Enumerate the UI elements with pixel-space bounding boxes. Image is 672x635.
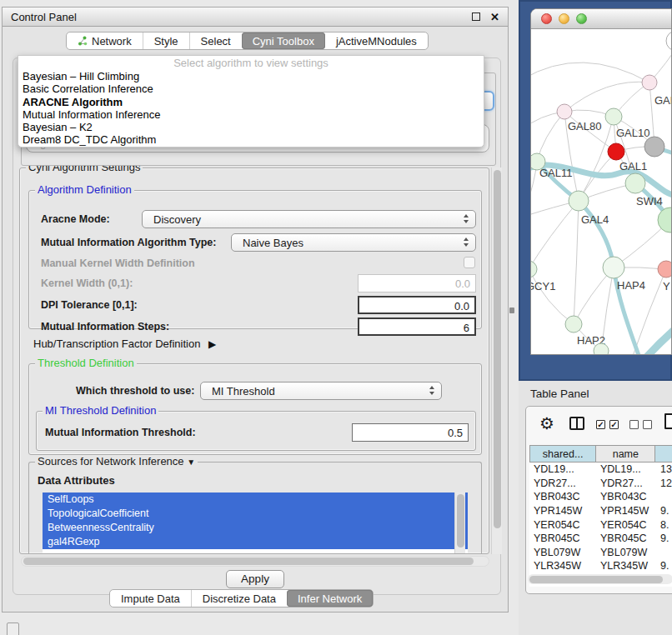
mi-threshold-field[interactable]: 0.5 — [352, 423, 469, 442]
settings-horizontal-scrollbar[interactable] — [21, 556, 489, 567]
network-node-SWI4[interactable] — [625, 173, 645, 193]
combo-arrows-icon — [429, 386, 435, 395]
network-node-HAP2[interactable] — [565, 316, 582, 332]
network-node-GAL80[interactable] — [557, 104, 572, 119]
settings-vertical-scrollbar[interactable] — [491, 168, 502, 554]
network-node-GCY1[interactable] — [531, 261, 537, 278]
document-icon[interactable] — [664, 413, 672, 429]
network-node-GAL1[interactable] — [608, 143, 624, 160]
combo-arrows-icon — [464, 214, 469, 223]
network-node-gal-pink-top[interactable] — [642, 75, 657, 90]
apply-button[interactable]: Apply — [226, 570, 284, 588]
node-label-GAL80: GAL80 — [568, 120, 601, 132]
network-edge[interactable] — [574, 201, 579, 324]
tab-discretize-data[interactable]: Discretize Data — [191, 590, 287, 607]
collapsed-panel-icon[interactable] — [7, 622, 19, 635]
algorithm-option-aracne-algorithm[interactable]: ARACNE Algorithm — [18, 96, 484, 108]
network-edge[interactable] — [531, 62, 649, 82]
node-label-salmon-node: Y — [663, 280, 670, 292]
table-cell: YBR043C — [529, 491, 596, 502]
mac-close-icon[interactable] — [541, 13, 552, 24]
tab-network[interactable]: Network — [67, 32, 143, 49]
algorithm-option-basic-correlation-inference[interactable]: Basic Correlation Inference — [18, 82, 484, 95]
network-canvas[interactable]: GALGAL80GAL10GAL11GAL1SWI4GAL4GCY1HAP4YH… — [531, 29, 672, 355]
tab-infer-network-label: Infer Network — [298, 592, 362, 605]
node-label-GAL11: GAL11 — [539, 167, 573, 179]
table-row[interactable]: YBR043CYBR043C — [529, 490, 672, 504]
mi-steps-field[interactable]: 6 — [358, 318, 476, 336]
table-cell: YPR145W — [529, 505, 596, 517]
tab-jactivemnodules[interactable]: jActiveMNodules — [325, 32, 428, 49]
attribute-item-gal4rgexp[interactable]: gal4RGexp — [43, 535, 468, 549]
network-node-bottom-node[interactable] — [594, 343, 609, 355]
table-row[interactable]: YLR345WYLR345W9. — [529, 559, 672, 573]
network-node-GAL4[interactable] — [569, 191, 589, 211]
node-label-GAL4: GAL4 — [581, 213, 609, 226]
gear-icon[interactable]: ⚙ — [539, 413, 554, 433]
table-horizontal-scrollbar[interactable] — [528, 574, 672, 584]
network-node-HAP4[interactable] — [603, 257, 624, 278]
table-row[interactable]: YDL19...YDL19...13 — [529, 462, 672, 477]
tab-cyni-toolbox[interactable]: Cyni Toolbox — [242, 32, 325, 49]
network-node-salmon-node[interactable] — [658, 261, 672, 278]
algorithm-option-bayesian-hill-climbing[interactable]: Bayesian – Hill Climbing — [18, 70, 484, 82]
table-row[interactable]: YER054CYER054C8. — [529, 518, 672, 532]
mi-algorithm-type-value: Naive Bayes — [243, 237, 303, 249]
network-edge[interactable] — [531, 269, 574, 324]
mac-minimize-icon[interactable] — [559, 13, 569, 24]
table-panel: ⚙ ✓ ✓ shared...name YDL19...YDL19...13YD… — [525, 406, 672, 594]
checked-checkbox-icon[interactable]: ✓ — [596, 420, 605, 429]
network-node-GAL10[interactable] — [605, 108, 622, 125]
attribute-item-selfloops[interactable]: SelfLoops — [43, 492, 468, 507]
table-cell: YDL19... — [529, 463, 596, 475]
table-cell: YBR045C — [596, 532, 656, 544]
panel-splitter-handle[interactable] — [509, 308, 514, 313]
hub-definition-expander[interactable]: Hub/Transcription Factor Definition ▶ — [33, 338, 216, 350]
float-window-icon[interactable] — [472, 12, 480, 21]
attribute-item-topologicalcoefficient[interactable]: TopologicalCoefficient — [43, 507, 468, 521]
which-threshold-combo[interactable]: MI Threshold — [200, 382, 442, 400]
network-node-top-partial[interactable] — [666, 31, 672, 51]
tab-select[interactable]: Select — [189, 32, 242, 49]
expand-right-arrow-icon: ▶ — [208, 338, 216, 350]
tab-style[interactable]: Style — [143, 32, 189, 49]
network-node-big-green[interactable] — [658, 208, 672, 232]
table-cell: YDR27... — [529, 478, 596, 489]
tab-network-label: Network — [92, 35, 132, 48]
network-icon — [78, 36, 88, 46]
table-header-row: shared...name — [529, 445, 672, 462]
table-row[interactable]: YDR27...YDR27...12 — [529, 477, 672, 491]
tab-infer-network[interactable]: Infer Network — [287, 590, 373, 607]
attributes-list-scrollbar[interactable] — [454, 492, 465, 553]
mac-zoom-icon[interactable] — [576, 13, 587, 24]
tab-impute-data[interactable]: Impute Data — [110, 590, 191, 607]
column-header-name[interactable]: name — [596, 446, 655, 462]
algorithm-option-dream8-dc-tdc-algorithm[interactable]: Dream8 DC_TDC Algorithm — [18, 133, 484, 146]
column-header-partial[interactable] — [655, 446, 672, 462]
aracne-mode-combo[interactable]: Discovery — [142, 210, 476, 228]
table-row[interactable]: YPR145WYPR145W9. — [529, 504, 672, 518]
algorithm-option-bayesian-k2[interactable]: Bayesian – K2 — [18, 121, 484, 133]
network-edge[interactable] — [564, 82, 649, 112]
split-columns-icon[interactable] — [569, 417, 584, 430]
attribute-item-betweennesscentrality[interactable]: BetweennessCentrality — [43, 521, 468, 535]
manual-kernel-width-checkbox[interactable] — [464, 257, 475, 268]
table-row[interactable]: YBR045CYBR045C9. — [529, 532, 672, 546]
unchecked-checkbox-icon[interactable] — [643, 420, 652, 429]
mi-algorithm-type-combo[interactable]: Naive Bayes — [231, 233, 476, 252]
kernel-width-field[interactable]: 0.0 — [358, 274, 476, 292]
algorithm-option-mutual-information-inference[interactable]: Mutual Information Inference — [18, 108, 484, 121]
close-window-icon[interactable]: ✕ — [490, 11, 499, 23]
network-edge[interactable] — [531, 201, 579, 269]
sources-title-row[interactable]: Sources for Network Inference ▼ — [35, 456, 198, 468]
network-edge[interactable] — [646, 322, 672, 355]
control-panel-window: Control Panel ✕ NetworkStyleSelectCyni T… — [2, 7, 509, 612]
table-row[interactable]: YBL079WYBL079W — [529, 546, 672, 560]
unchecked-checkbox-icon[interactable] — [629, 420, 639, 429]
dpi-tolerance-field[interactable]: 0.0 — [358, 296, 476, 314]
network-node-gray-node[interactable] — [644, 137, 664, 157]
checked-checkbox-icon[interactable]: ✓ — [609, 420, 619, 429]
aracne-mode-label: Aracne Mode: — [41, 213, 110, 225]
column-header-shared[interactable]: shared... — [530, 446, 596, 462]
table-cell: YDR27... — [596, 478, 656, 489]
